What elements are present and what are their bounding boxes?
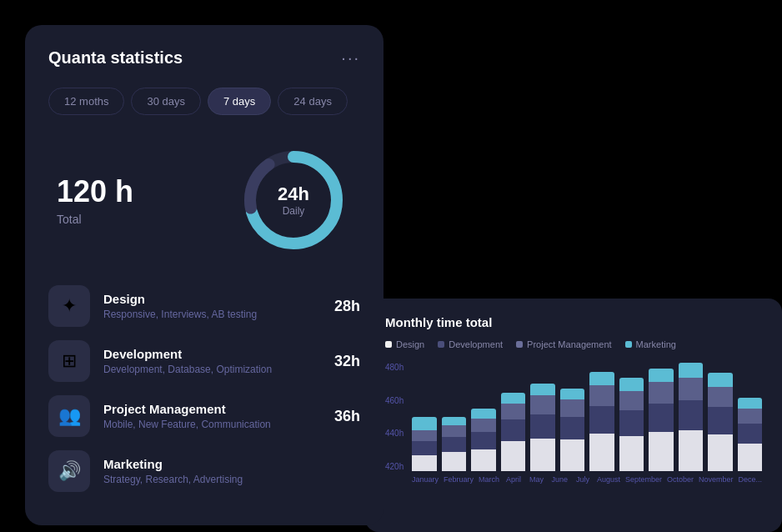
bar-segment [619, 410, 644, 436]
bar-segment [560, 439, 585, 471]
legend-dot [516, 341, 523, 348]
bar-segment [738, 424, 763, 444]
donut-chart: 24h Daily [235, 142, 352, 258]
bar-segment [649, 382, 674, 404]
bar-segment [679, 400, 704, 430]
bar-segment [708, 373, 733, 386]
more-options-button[interactable]: ··· [341, 48, 360, 68]
bar-stack [738, 398, 763, 471]
bar-segment [501, 393, 526, 404]
category-icon: ⊞ [48, 340, 90, 382]
category-hours: 32h [334, 353, 360, 370]
y-label: 460h [385, 396, 404, 405]
bar-stack [412, 417, 437, 471]
time-filter-btn[interactable]: 7 days [208, 88, 271, 115]
bar-group [708, 363, 733, 471]
category-icon: 🔊 [48, 450, 90, 492]
y-label: 420h [385, 462, 404, 471]
bar-group [442, 363, 467, 471]
stats-area: 120 h Total 24h Daily [48, 142, 360, 258]
bar-stack [679, 363, 704, 471]
month-label: February [444, 475, 474, 484]
month-label: Dece... [738, 475, 762, 484]
bar-segment [412, 417, 437, 430]
legend-item: Development [438, 339, 503, 349]
bar-segment [471, 419, 496, 432]
month-label: January [412, 475, 439, 484]
time-filters: 12 moths30 days7 days24 days [48, 88, 360, 115]
bar-stack [530, 384, 555, 471]
legend-dot [385, 341, 392, 348]
bar-segment [442, 425, 467, 437]
bar-segment [589, 406, 614, 434]
bar-segment [649, 404, 674, 432]
bar-stack [649, 369, 674, 472]
time-filter-btn[interactable]: 30 days [131, 88, 201, 115]
bar-segment [560, 399, 585, 417]
bar-segment [530, 414, 555, 439]
category-item: ✦ Design Responsive, Interviews, AB test… [48, 285, 360, 327]
legend-dot [438, 341, 444, 348]
category-icon: ✦ [48, 285, 90, 327]
category-info: Development Development, Database, Optim… [103, 347, 321, 375]
bar-group [619, 363, 644, 471]
bar-segment [649, 369, 674, 383]
bar-segment [471, 409, 496, 419]
chart-title: Monthly time total [385, 315, 762, 329]
category-name: Project Management [103, 402, 321, 416]
bar-segment [589, 372, 614, 385]
bar-segment [471, 449, 496, 471]
month-label: May [528, 475, 546, 484]
time-filter-btn[interactable]: 12 moths [48, 88, 124, 115]
bar-segment [412, 455, 437, 472]
bar-group [471, 363, 496, 471]
bar-segment [589, 385, 614, 406]
bars-container [412, 363, 762, 471]
right-panel: Monthly time total DesignDevelopmentProj… [365, 299, 782, 532]
bar-segment [619, 378, 644, 391]
bar-stack [471, 409, 496, 471]
bar-segment [560, 417, 585, 439]
bar-segment [649, 432, 674, 471]
bar-segment [679, 363, 704, 378]
bar-segment [530, 395, 555, 414]
legend-item: Project Management [516, 339, 612, 349]
total-stat: 120 h Total [57, 174, 133, 226]
category-item: 👥 Project Management Mobile, New Feature… [48, 395, 360, 437]
left-card: Quanta statistics ··· 12 moths30 days7 d… [25, 25, 383, 525]
bar-group [738, 363, 763, 471]
bar-stack [442, 417, 467, 471]
category-info: Design Responsive, Interviews, AB testin… [103, 292, 321, 320]
month-label: July [574, 475, 592, 484]
month-label: October [667, 475, 694, 484]
bar-segment [501, 419, 526, 441]
chart-legend: DesignDevelopmentProject ManagementMarke… [385, 339, 762, 349]
category-hours: 36h [334, 408, 360, 425]
card-header: Quanta statistics ··· [48, 48, 360, 68]
bar-group [412, 363, 437, 471]
legend-label: Development [449, 339, 503, 349]
bar-segment [619, 436, 644, 471]
legend-item: Marketing [625, 339, 676, 349]
bar-group [679, 363, 704, 471]
card-title: Quanta statistics [48, 48, 183, 68]
month-label: August [597, 475, 620, 484]
bar-stack [501, 393, 526, 471]
month-label: November [699, 475, 734, 484]
bar-group [530, 363, 555, 471]
bar-segment [471, 432, 496, 449]
total-label: Total [57, 213, 133, 226]
bar-stack [589, 372, 614, 471]
bar-segment [412, 441, 437, 454]
month-label: March [479, 475, 499, 484]
category-name: Marketing [103, 457, 347, 471]
bar-segment [738, 398, 763, 409]
category-hours: 28h [334, 298, 360, 315]
bar-segment [530, 384, 555, 395]
time-filter-btn[interactable]: 24 days [278, 88, 348, 115]
category-desc: Responsive, Interviews, AB testing [103, 309, 321, 320]
y-label: 440h [385, 429, 404, 438]
bar-segment [679, 378, 704, 400]
bar-segment [679, 430, 704, 471]
bar-segment [619, 391, 644, 410]
